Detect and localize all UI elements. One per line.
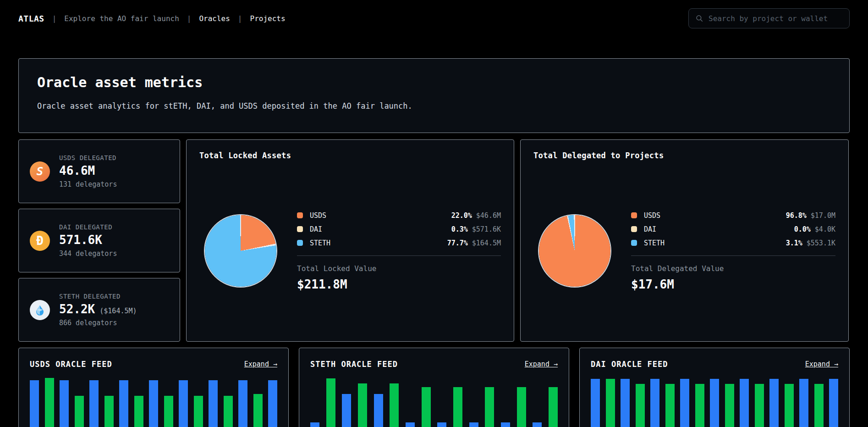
- stat-value: 52.2K: [59, 302, 95, 316]
- legend-percent: 0.3%: [451, 225, 468, 233]
- search-box[interactable]: [688, 8, 850, 28]
- feed-bar: [134, 396, 143, 427]
- stat-card-column: S USDS DELEGATED 46.6M 131 delegators Đ …: [18, 139, 180, 342]
- hero-card: Oracle asset metrics Oracle asset analyt…: [18, 58, 850, 133]
- total-delegated-card: Total Delegated to Projects USDS 96.8% $…: [520, 139, 849, 342]
- card-title: Total Delegated to Projects: [533, 151, 835, 160]
- legend-percent: 22.0%: [451, 211, 472, 220]
- dai-coin-icon: Đ: [30, 231, 50, 251]
- legend-label: DAI: [644, 225, 794, 233]
- feed-bar: [89, 380, 99, 427]
- feed-bar: [814, 384, 824, 427]
- stat-subtext: 131 delegators: [59, 180, 117, 189]
- feed-bar: [621, 379, 630, 427]
- legend-value: $4.0K: [815, 225, 835, 233]
- steth-coin-icon: [30, 300, 50, 320]
- feed-bar: [390, 383, 399, 427]
- stat-label: STETH DELEGATED: [59, 293, 137, 300]
- feed-bar: [517, 387, 526, 427]
- feed-bar: [194, 396, 203, 427]
- nav-separator: |: [187, 14, 192, 23]
- legend-row-dai: DAI 0.3% $571.6K: [297, 223, 501, 235]
- expand-link[interactable]: Expand →: [805, 360, 838, 368]
- feed-bar: [533, 422, 542, 427]
- legend-label: STETH: [644, 239, 786, 247]
- stat-value: 46.6M: [59, 164, 95, 177]
- feed-bar: [30, 380, 39, 427]
- stat-card-dai: Đ DAI DELEGATED 571.6K 344 delegators: [18, 209, 180, 272]
- legend-value: $164.5M: [472, 239, 501, 247]
- legend-divider: [631, 255, 835, 256]
- dai-coin-glyph: Đ: [36, 234, 44, 248]
- feed-bar: [710, 379, 719, 427]
- dai-oracle-feed-card: DAI ORACLE FEED Expand →: [579, 348, 850, 427]
- nav-item-explore[interactable]: Explore the AO fair launch: [64, 14, 179, 23]
- nav-item-oracles[interactable]: Oracles: [199, 14, 230, 23]
- feed-bar: [636, 384, 645, 427]
- legend-percent: 96.8%: [786, 211, 807, 220]
- feed-bar: [501, 422, 510, 427]
- feed-bar: [374, 394, 383, 427]
- stat-subtext: 344 delegators: [59, 250, 117, 258]
- feed-bar: [149, 380, 158, 427]
- steth-oracle-feed-card: STETH ORACLE FEED Expand →: [299, 348, 569, 427]
- feed-bar: [829, 379, 838, 427]
- search-input[interactable]: [709, 14, 843, 23]
- delegated-pie-chart: [539, 215, 610, 287]
- pie-legend: USDS 96.8% $17.0M DAI 0.0% $4.0K STETH 3…: [631, 210, 835, 291]
- feed-bar: [119, 380, 128, 427]
- legend-divider: [297, 255, 501, 256]
- legend-value: $571.6K: [472, 225, 501, 233]
- legend-percent: 77.7%: [447, 239, 468, 247]
- locked-assets-pie-chart: [205, 215, 276, 287]
- total-value: $211.8M: [297, 277, 501, 291]
- feed-bar: [358, 383, 367, 427]
- legend-row-usds: USDS 22.0% $46.6M: [297, 210, 501, 221]
- stat-value: 571.6K: [59, 233, 102, 247]
- feed-bar: [485, 387, 494, 427]
- legend-swatch-usds: [631, 212, 637, 218]
- feed-bar: [179, 380, 188, 427]
- expand-link[interactable]: Expand →: [525, 360, 558, 368]
- feed-bar: [253, 394, 263, 427]
- feed-bar: [75, 396, 84, 427]
- legend-value: $46.6M: [476, 211, 501, 220]
- feed-bar: [422, 387, 431, 427]
- usds-coin-icon: S: [30, 161, 50, 182]
- search-icon: [695, 14, 703, 22]
- legend-row-steth: STETH 77.7% $164.5M: [297, 237, 501, 249]
- legend-row-dai: DAI 0.0% $4.0K: [631, 223, 835, 235]
- dai-feed-bar-chart: [591, 378, 838, 427]
- feed-bar: [799, 379, 808, 427]
- stat-label: DAI DELEGATED: [59, 223, 117, 231]
- total-label: Total Locked Value: [297, 264, 501, 273]
- feed-bar: [740, 379, 749, 427]
- total-value: $17.6M: [631, 277, 835, 291]
- legend-row-usds: USDS 96.8% $17.0M: [631, 210, 835, 221]
- top-nav: ATLAS | Explore the AO fair launch | Ora…: [0, 0, 868, 37]
- nav-item-projects[interactable]: Projects: [250, 14, 286, 23]
- legend-swatch-steth: [297, 240, 303, 246]
- stat-subtext: 866 delegators: [59, 319, 137, 327]
- feed-bar: [591, 379, 600, 427]
- feed-bar: [310, 422, 319, 427]
- usds-feed-bar-chart: [30, 378, 277, 427]
- feed-bar: [665, 384, 675, 427]
- legend-swatch-usds: [297, 212, 303, 218]
- total-locked-assets-card: Total Locked Assets USDS 22.0% $46.6M DA…: [186, 139, 514, 342]
- page-title: Oracle asset metrics: [37, 74, 831, 90]
- brand-logo[interactable]: ATLAS: [18, 14, 44, 23]
- card-title: Total Locked Assets: [199, 151, 501, 160]
- nav-separator: |: [238, 14, 242, 23]
- feed-bar: [469, 422, 478, 427]
- legend-swatch-dai: [297, 226, 303, 232]
- feed-bar: [224, 396, 233, 427]
- feed-bar: [342, 394, 351, 427]
- feed-bar: [769, 379, 779, 427]
- feed-bar: [785, 384, 794, 427]
- pie-legend: USDS 22.0% $46.6M DAI 0.3% $571.6K STETH…: [297, 210, 501, 291]
- feed-bar: [453, 387, 462, 427]
- steth-feed-bar-chart: [310, 378, 558, 427]
- expand-link[interactable]: Expand →: [244, 360, 277, 368]
- feed-bar: [437, 422, 446, 427]
